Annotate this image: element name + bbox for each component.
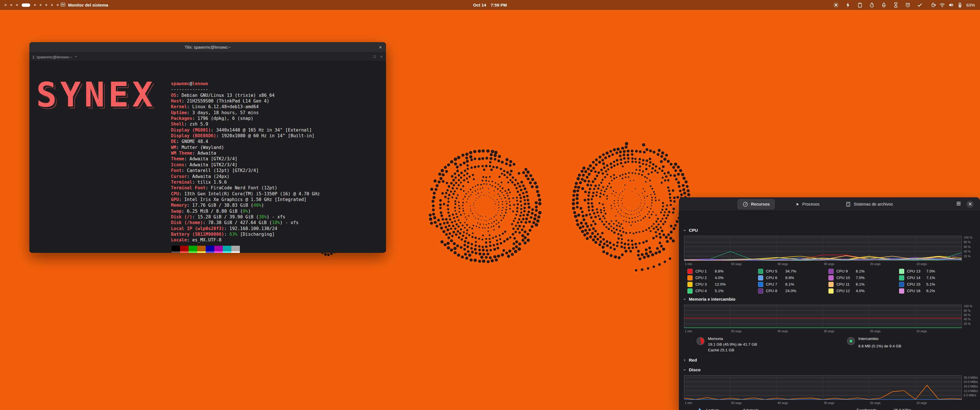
monitor-headerbar[interactable]: RecursosProcesosSistemas de archivos (679, 197, 980, 211)
fetch-line: Local IP (wlp0s20f3): 192.168.100.130/24 (171, 226, 320, 232)
fetch-line: Terminal Font: FiraCode Nerd Font (12pt) (171, 185, 320, 191)
workspace-dot[interactable] (57, 4, 59, 6)
x-axis-tick: 40 segs (778, 401, 788, 405)
workspace-dot[interactable] (34, 4, 36, 6)
cpu-color-swatch (687, 275, 692, 280)
workspace-dot[interactable] (16, 4, 18, 6)
workspace-active-pill[interactable] (22, 3, 30, 7)
wifi-icon (939, 2, 945, 8)
fetch-line: Shell: zsh 5.9 (171, 121, 320, 127)
y-axis-tick: 100 % (964, 304, 972, 308)
fetch-line: Uptime: 3 days, 18 hours, 57 mins (171, 110, 320, 116)
cpu-name: CPU 7 (766, 282, 783, 286)
cpu-name: CPU 12 (837, 289, 853, 293)
cpu-color-swatch (899, 275, 904, 280)
palette-swatch (197, 246, 206, 251)
cpu-legend-item: CPU 124.0% (829, 288, 899, 294)
cpu-color-swatch (758, 288, 763, 294)
workspace-dot[interactable] (10, 4, 12, 6)
terminal-close-icon[interactable]: ✕ (379, 42, 382, 52)
clipboard-icon[interactable] (857, 2, 863, 8)
fetch-line: Battery (5B11M90006): 63% [Discharging] (171, 232, 320, 237)
cpu-section-header[interactable]: CPU (683, 228, 698, 233)
cpu-name: CPU 2 (695, 276, 712, 280)
cpu-name: CPU 8 (766, 289, 783, 293)
quick-settings-group[interactable]: 63% (931, 2, 975, 8)
focused-app-indicator[interactable]: Monitor del sistema (60, 0, 108, 10)
cpu-color-swatch (899, 269, 904, 274)
workspace-dot[interactable] (45, 4, 47, 6)
coffee-icon (931, 2, 936, 8)
cpu-percent: 5.1% (715, 289, 724, 293)
menu-button[interactable] (955, 200, 963, 208)
x-axis-tick: 1 min (685, 401, 692, 405)
cpu-percent: 7.0% (856, 276, 865, 280)
hourglass-icon[interactable] (893, 2, 899, 8)
workspace-dot[interactable] (40, 4, 41, 6)
fetch-output: spawnmc@lenowo--------------OS: Debian G… (171, 81, 320, 243)
cpu-legend-item: CPU 76.1% (758, 281, 829, 287)
cpu-legend-item: CPU 107.0% (829, 275, 899, 281)
y-axis-tick: 40 % (964, 318, 970, 321)
workspace-dot[interactable] (51, 4, 53, 6)
tab-label: Procesos (802, 202, 819, 207)
brightness-icon[interactable] (833, 2, 839, 8)
gnome-top-bar: Monitor del sistema Oct 14 7:59 PM 63% (0, 0, 980, 10)
y-axis-tick: 6.0 MiB/s (964, 394, 976, 397)
network-section-header[interactable]: Red (683, 358, 697, 362)
swap-pie-icon (847, 337, 855, 345)
cpu-name: CPU 4 (695, 289, 712, 293)
disk-section-header[interactable]: Disco (683, 367, 700, 372)
network-section-title: Red (689, 358, 697, 362)
volume-icon (948, 2, 954, 8)
close-session-icon[interactable] (380, 55, 383, 59)
fetch-line: Display (MG801): 3440x1440 @ 165 Hz in 3… (171, 127, 320, 133)
terminal-titlebar[interactable]: Tilix: spawnmc@lenowo:~ ✕ (29, 42, 386, 52)
clock-menu[interactable]: Oct 14 7:59 PM (473, 0, 507, 10)
window-close-button[interactable] (966, 200, 974, 208)
y-axis-tick: 80 % (964, 309, 970, 312)
terminal-tab-label[interactable]: 1: spawnmc@lenowo:~ (32, 55, 72, 59)
cpu-percent: 12.0% (715, 282, 725, 286)
egg-icon[interactable] (881, 2, 887, 8)
maximize-terminal-icon[interactable] (373, 55, 376, 59)
bolt-icon[interactable] (845, 2, 851, 8)
write-label: Escribiendo (857, 407, 894, 410)
workspace-dot[interactable] (5, 4, 6, 6)
cpu-percent: 7.0% (926, 269, 935, 273)
palette-swatch (231, 251, 240, 253)
system-monitor-app-icon (60, 2, 65, 8)
cpu-color-swatch (829, 282, 834, 287)
palette-swatch (180, 251, 189, 253)
cpu-percent: 24.0% (786, 289, 796, 293)
cpu-percent: 7.1% (926, 276, 935, 280)
monitor-resources-pane: CPU 100 %80 %60 %40 %20 %1 min50 segs40 … (679, 211, 980, 410)
check-icon[interactable] (917, 2, 923, 8)
cpu-color-swatch (687, 269, 692, 274)
cpu-legend-item: CPU 18.8% (687, 268, 758, 274)
chevron-right-icon (683, 359, 686, 362)
workspace-indicator[interactable] (5, 0, 59, 10)
y-axis-tick: 18.0 MiB/s (964, 385, 978, 388)
y-axis-tick: 30.0 MiB/s (964, 376, 978, 379)
palette-swatch (206, 246, 214, 251)
x-axis-tick: 1 min (685, 262, 692, 265)
terminal-content[interactable]: SYNEX spawnmc@lenowo--------------OS: De… (29, 62, 386, 253)
cpu-name: CPU 11 (837, 282, 853, 286)
chevron-down-icon[interactable] (74, 55, 78, 59)
alarm-icon[interactable] (905, 2, 911, 8)
tab-sistemas-de-archivos[interactable]: Sistemas de archivos (840, 199, 898, 210)
palette-swatch (223, 246, 231, 251)
tab-recursos[interactable]: Recursos (737, 199, 775, 210)
cpu-percent: 8.9% (786, 276, 794, 280)
cpu-color-swatch (829, 288, 834, 294)
palette-swatch (206, 251, 214, 253)
stopwatch-icon[interactable] (869, 2, 875, 8)
memory-section-header[interactable]: Memoria e intercambio (683, 297, 735, 302)
tab-procesos[interactable]: Procesos (790, 200, 824, 209)
x-axis-tick: 40 segs (778, 262, 788, 265)
clock-date: Oct 14 (473, 3, 486, 7)
y-axis-tick: 12.0 MiB/s (964, 389, 978, 393)
fetch-line: Disk (/): 15.28 GiB / 39.90 GiB (38%) - … (171, 214, 320, 220)
cpu-name: CPU 14 (907, 276, 924, 280)
